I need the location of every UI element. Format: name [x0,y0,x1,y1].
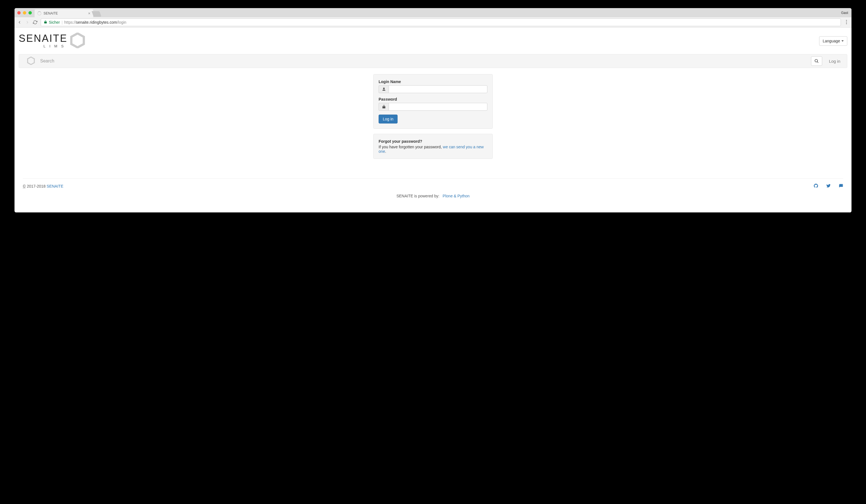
new-tab-button[interactable] [91,11,101,17]
minimize-window-button[interactable] [23,11,26,14]
lock-icon [44,20,47,24]
senaite-link[interactable]: SENAITE [47,184,63,188]
svg-point-5 [815,59,818,62]
back-button[interactable] [17,20,22,24]
search-button[interactable] [811,56,822,66]
tab-title: SENAITE [44,11,58,15]
navbar: Log in [19,54,847,68]
twitter-icon[interactable] [826,184,831,189]
password-label: Password [379,97,487,102]
forgot-text: If you have forgotten your password, we … [379,145,487,153]
svg-marker-3 [71,33,84,47]
url-text: https://senaite.ridingbytes.com/login [64,20,126,24]
browser-window: SENAITE × Gast Sicher | https://senaite.… [14,8,852,213]
password-input[interactable] [389,103,487,111]
loading-spinner-icon [37,11,41,15]
github-icon[interactable] [814,184,818,189]
login-panel: Login Name Password Log in [373,74,493,129]
url-separator: | [62,20,63,24]
svg-point-0 [846,20,847,21]
senaite-logo[interactable]: SENAITE LIMS [19,33,85,49]
page-footer: © 2017-2018 SENAITE SENAITE is powered b… [23,179,843,203]
close-tab-button[interactable]: × [88,11,90,15]
window-controls [17,11,32,14]
browser-tab-strip: SENAITE × Gast [14,8,852,17]
logo-text-sub: LIMS [19,44,67,48]
social-icons [814,184,843,189]
main-content: Login Name Password Log in [14,68,852,170]
browser-tab[interactable]: SENAITE × [35,10,93,17]
login-name-input[interactable] [389,85,487,93]
chat-icon[interactable] [839,184,843,189]
copyright-text: © 2017-2018 SENAITE [23,184,63,188]
login-nav-link[interactable]: Log in [827,59,842,64]
page-content: SENAITE LIMS Language Log in [14,27,852,213]
lock-icon [379,103,389,111]
svg-line-6 [817,61,818,63]
hexagon-icon [70,33,85,49]
search-input[interactable] [40,59,806,64]
svg-point-1 [846,22,847,22]
login-button[interactable]: Log in [379,115,398,124]
language-label: Language [823,39,840,43]
hexagon-icon [27,57,35,66]
user-icon [379,85,389,93]
caret-down-icon [842,41,844,42]
address-bar[interactable]: Sicher | https://senaite.ridingbytes.com… [41,19,841,26]
login-name-label: Login Name [379,79,487,84]
language-dropdown[interactable]: Language [819,36,847,46]
plone-python-link[interactable]: Plone & Python [443,194,470,198]
svg-point-2 [846,23,847,24]
reload-button[interactable] [33,20,37,24]
powered-by-text: SENAITE is powered by: Plone & Python [23,194,843,198]
forgot-password-panel: Forgot your password? If you have forgot… [373,134,493,159]
page-header: SENAITE LIMS Language [14,27,852,54]
forgot-heading: Forgot your password? [379,139,487,144]
browser-menu-button[interactable] [844,20,849,25]
forward-button[interactable] [25,20,30,24]
secure-label: Sicher [49,20,60,24]
svg-marker-4 [27,57,34,65]
maximize-window-button[interactable] [29,11,32,14]
browser-toolbar: Sicher | https://senaite.ridingbytes.com… [14,17,852,27]
logo-text-main: SENAITE [19,33,67,44]
close-window-button[interactable] [17,11,21,14]
guest-profile-label[interactable]: Gast [841,11,848,15]
